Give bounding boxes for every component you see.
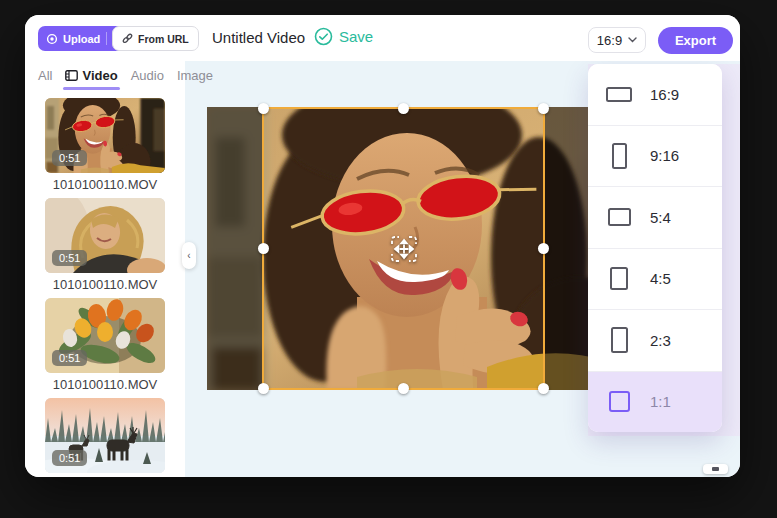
duration-badge: 0:51 xyxy=(52,250,87,266)
ratio-option-2-3[interactable]: 2:3 xyxy=(588,309,722,371)
resize-handle-top-left[interactable] xyxy=(258,103,269,114)
film-icon xyxy=(65,70,78,81)
resize-handle-middle-left[interactable] xyxy=(258,243,269,254)
save-button[interactable]: Save xyxy=(314,27,373,46)
ratio-option-1-1[interactable]: 1:1 xyxy=(588,371,722,433)
ratio-2-3-icon xyxy=(588,327,650,353)
aspect-ratio-menu: 16:9 9:16 5:4 4:5 2:3 1:1 xyxy=(588,64,722,432)
video-thumbnail-reindeer-winter-forest[interactable]: 0:51 xyxy=(45,398,165,473)
tab-video-label: Video xyxy=(82,68,117,83)
ratio-option-4-5[interactable]: 4:5 xyxy=(588,248,722,310)
tab-video[interactable]: Video xyxy=(65,68,117,83)
ratio-5-4-icon xyxy=(588,208,650,226)
ratio-option-label: 5:4 xyxy=(650,209,671,226)
video-thumbnail-orange-tulip-bouquet[interactable]: 0:51 xyxy=(45,298,165,373)
media-filename: 1010100110.MOV xyxy=(45,177,165,192)
duration-badge: 0:51 xyxy=(52,450,87,466)
resize-handle-bottom-left[interactable] xyxy=(258,383,269,394)
ratio-option-16-9[interactable]: 16:9 xyxy=(588,64,722,125)
media-list: 0:51 1010100110.MOV 0:51 1010100110.MOV … xyxy=(45,98,165,477)
resize-handle-top-right[interactable] xyxy=(538,103,549,114)
ratio-1-1-icon xyxy=(588,391,650,412)
ratio-option-label: 16:9 xyxy=(650,86,679,103)
ratio-4-5-icon xyxy=(588,267,650,290)
media-item[interactable]: 0:51 1010100110.MOV xyxy=(45,298,165,398)
check-circle-icon xyxy=(314,27,333,46)
export-button[interactable]: Export xyxy=(658,27,733,54)
drag-grip-icon xyxy=(712,467,719,471)
media-filename: 1010100110.MOV xyxy=(45,377,165,392)
sidebar-collapse-handle[interactable]: ‹ xyxy=(182,242,196,269)
crop-selection-box[interactable] xyxy=(262,107,545,390)
from-url-button[interactable]: From URL xyxy=(112,26,199,51)
duration-badge: 0:51 xyxy=(52,350,87,366)
media-sidebar: All Video Audio Image 0:51 1010100110.M xyxy=(25,61,185,477)
ratio-16-9-icon xyxy=(588,87,650,102)
timeline-collapse-handle[interactable] xyxy=(703,464,728,474)
link-icon xyxy=(122,33,133,44)
ratio-9-16-icon xyxy=(588,143,650,169)
app-window: Upload From URL Untitled Video Save xyxy=(25,15,740,477)
upload-label: Upload xyxy=(63,33,100,45)
aspect-ratio-select[interactable]: 16:9 xyxy=(588,27,646,53)
editor-canvas[interactable]: ‹ 16:9 9:16 5:4 4:5 2:3 xyxy=(185,61,740,477)
video-thumbnail-smiling-blonde-woman[interactable]: 0:51 xyxy=(45,198,165,273)
move-cursor-icon[interactable] xyxy=(390,235,417,262)
resize-handle-bottom-center[interactable] xyxy=(398,383,409,394)
tab-image[interactable]: Image xyxy=(177,68,213,83)
save-label: Save xyxy=(339,28,373,45)
resize-handle-bottom-right[interactable] xyxy=(538,383,549,394)
toolbar: Upload From URL Untitled Video Save xyxy=(25,15,740,61)
chevron-left-icon: ‹ xyxy=(187,250,190,261)
project-title[interactable]: Untitled Video xyxy=(212,29,305,46)
ratio-option-9-16[interactable]: 9:16 xyxy=(588,125,722,187)
media-filename: 1010100110.MOV xyxy=(45,277,165,292)
button-divider xyxy=(106,32,107,45)
ratio-option-5-4[interactable]: 5:4 xyxy=(588,186,722,248)
duration-badge: 0:51 xyxy=(52,150,87,166)
chevron-down-icon xyxy=(628,37,637,43)
aspect-ratio-value: 16:9 xyxy=(597,33,622,48)
ratio-option-label: 4:5 xyxy=(650,270,671,287)
record-circle-icon xyxy=(46,33,58,45)
video-thumbnail-woman-red-sunglasses[interactable]: 0:51 xyxy=(45,98,165,173)
tab-audio[interactable]: Audio xyxy=(131,68,164,83)
ratio-option-label: 2:3 xyxy=(650,332,671,349)
ratio-option-label: 1:1 xyxy=(650,393,671,410)
from-url-label: From URL xyxy=(138,33,189,45)
media-item[interactable]: 0:51 1010100110.MOV xyxy=(45,98,165,198)
media-item[interactable]: 0:51 1010100110.MOV xyxy=(45,198,165,298)
tab-all[interactable]: All xyxy=(38,68,52,83)
resize-handle-middle-right[interactable] xyxy=(538,243,549,254)
resize-handle-top-center[interactable] xyxy=(398,103,409,114)
ratio-option-label: 9:16 xyxy=(650,147,679,164)
media-tabs: All Video Audio Image xyxy=(25,61,185,89)
media-item[interactable]: 0:51 xyxy=(45,398,165,477)
